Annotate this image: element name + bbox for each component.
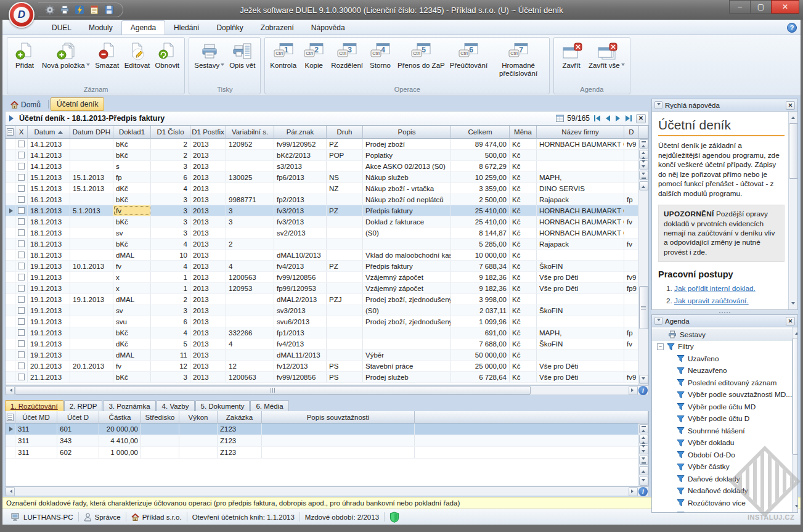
scroll-left-icon[interactable] xyxy=(6,487,15,496)
filter-item[interactable]: Výběr dokladu xyxy=(652,437,792,449)
cell-datum[interactable]: 19.1.2013 xyxy=(28,350,70,360)
cell-doklad2[interactable] xyxy=(624,205,639,216)
scroll-down-icon[interactable] xyxy=(789,300,798,309)
cell-d1-cislo[interactable]: 1 xyxy=(151,283,190,293)
cell-doklad1[interactable]: fv xyxy=(113,205,151,216)
cell-doklad2[interactable]: fv xyxy=(624,338,639,349)
menu-zobrazení[interactable]: Zobrazení xyxy=(252,21,303,35)
cell-par-znak[interactable]: sv3/2013 xyxy=(274,305,327,316)
table-row[interactable]: 18.1.2013dMAL102013dMAL10/2013Vklad do m… xyxy=(6,250,648,261)
scroll-down-icon[interactable] xyxy=(639,477,648,486)
cell-nazev-firmy[interactable] xyxy=(537,150,624,160)
maximize-button[interactable]: ▢ xyxy=(750,0,771,14)
column-header-d1-slo[interactable]: D1 Číslo xyxy=(151,126,190,139)
cell-d1-cislo[interactable]: 3 xyxy=(151,227,190,238)
cell-d1-postfix[interactable]: 2013 xyxy=(190,327,226,338)
cell-doklad2[interactable] xyxy=(624,361,639,371)
cell-par-znak[interactable]: dMAL2/2013 xyxy=(274,294,327,305)
cell-datum-dph[interactable] xyxy=(70,216,113,227)
cell-doklad1[interactable]: fp xyxy=(113,172,151,182)
cell-datum-dph[interactable]: 20.1.2013 xyxy=(70,361,113,371)
cell-druh[interactable] xyxy=(327,194,363,205)
cell-mena[interactable]: Kč xyxy=(510,183,537,194)
cell-datum[interactable]: 20.1.2013 xyxy=(28,361,70,371)
next-record-button[interactable] xyxy=(614,114,621,123)
cell-variabilni-s[interactable] xyxy=(226,350,274,360)
cell-celkem[interactable]: 3 998,00 xyxy=(451,294,510,305)
cell-par-znak[interactable] xyxy=(274,239,327,249)
cell-doklad1[interactable]: dMAL xyxy=(113,294,151,305)
hscroll-track[interactable] xyxy=(15,487,629,496)
cell-doklad2[interactable] xyxy=(624,316,639,327)
table-row[interactable]: 18.1.2013sv32013sv2/2013(S0)8 144,87KčHO… xyxy=(6,227,648,239)
column-header-variabiln-s-[interactable]: Variabilní s. xyxy=(226,126,274,139)
cell-doklad1[interactable]: bKč xyxy=(113,327,151,338)
cell-stredisko[interactable] xyxy=(141,424,179,435)
cell-par-znak[interactable]: dMAL10/2013 xyxy=(274,250,327,260)
first-record-button[interactable] xyxy=(593,114,601,123)
cell-druh[interactable] xyxy=(327,305,363,316)
cell-doklad1[interactable]: dMAL xyxy=(113,350,151,360)
table-row[interactable]: 19.1.2013svu62013svu6/2013Prodej zboží, … xyxy=(6,316,648,327)
cell-datum-dph[interactable] xyxy=(70,250,113,260)
cell-popis[interactable] xyxy=(363,327,451,338)
cell-druh[interactable] xyxy=(327,161,363,171)
cell-popis[interactable]: Předpis faktury xyxy=(363,261,451,271)
cell-mena[interactable]: Kč xyxy=(510,205,537,216)
cell-datum-dph[interactable] xyxy=(70,227,113,238)
row-checkbox[interactable] xyxy=(18,318,25,325)
column-header--et-md[interactable]: Účet MD xyxy=(15,411,57,424)
cell-datum-dph[interactable] xyxy=(70,194,113,205)
cell-doklad2[interactable] xyxy=(624,161,639,171)
cell-doklad1[interactable]: fv xyxy=(113,361,151,371)
row-checkbox[interactable] xyxy=(18,285,25,292)
table-row[interactable]: 19.1.2013x12013120953fp99/120953Vzájemný… xyxy=(6,283,648,294)
cell-druh[interactable] xyxy=(327,327,363,338)
cell-nazev-firmy[interactable]: MAPH, xyxy=(537,172,624,182)
cell-d1-postfix[interactable]: 2013 xyxy=(190,316,226,327)
dropdown-arrow-icon[interactable] xyxy=(621,63,625,68)
cell-variabilni-s[interactable] xyxy=(226,294,274,305)
cell-d1-cislo[interactable]: 1 xyxy=(151,272,190,282)
cell-popis[interactable]: Vzájemný zápočet xyxy=(363,283,451,293)
cell-d1-cislo[interactable]: 2 xyxy=(151,150,190,160)
cell-popis[interactable]: Nákup služeb xyxy=(363,172,451,182)
cell-variabilni-s[interactable]: 130025 xyxy=(226,172,274,182)
row-checkbox[interactable] xyxy=(18,174,25,181)
cell-popis[interactable]: Prodej zboží, zjednodušený... xyxy=(363,316,451,327)
cell-druh[interactable]: PZ xyxy=(327,261,363,271)
cell-doklad2[interactable]: fv xyxy=(624,216,639,227)
tree-item-filtry[interactable]: −Filtry xyxy=(652,341,792,353)
cell-mena[interactable]: Kč xyxy=(510,272,537,282)
cell-d1-cislo[interactable]: 6 xyxy=(151,172,190,182)
cell-par-znak[interactable]: fv4/2013 xyxy=(274,338,327,349)
cell-d1-cislo[interactable]: 5 xyxy=(151,338,190,349)
column-header-p-r-znak[interactable]: Pár.znak xyxy=(274,126,327,139)
detail-tab-2[interactable]: 2. RPDP xyxy=(64,400,103,411)
row-checkbox[interactable] xyxy=(18,274,25,280)
gear-icon[interactable] xyxy=(44,5,55,15)
close-grid-button[interactable]: ✕ xyxy=(636,114,646,123)
cell-d1-cislo[interactable]: 11 xyxy=(151,350,190,360)
cell-ucet-md[interactable]: 311 xyxy=(15,424,57,435)
scroll-down-icon[interactable] xyxy=(793,502,797,512)
tab-domů[interactable]: Domů xyxy=(5,99,46,111)
row-checkbox[interactable] xyxy=(18,207,25,214)
cell-doklad1[interactable]: bKč xyxy=(113,239,151,249)
row-checkbox[interactable] xyxy=(18,329,25,336)
cell-vykon[interactable] xyxy=(179,447,218,458)
cell-par-znak[interactable]: fp99/120953 xyxy=(274,283,327,293)
cell-doklad1[interactable]: fv xyxy=(113,261,151,271)
cell-par-znak[interactable]: fv3/2013 xyxy=(274,216,327,227)
cell-doklad1[interactable]: bKč xyxy=(113,150,151,160)
cell-popis-souvztaznosti[interactable] xyxy=(262,447,415,458)
cell-celkem[interactable]: 9 182,36 xyxy=(451,272,510,282)
cell-druh[interactable] xyxy=(327,216,363,227)
vertical-scrollbar[interactable] xyxy=(638,139,648,385)
close-panel-icon[interactable]: ✕ xyxy=(786,101,795,110)
cell-doklad1[interactable]: bKč xyxy=(113,194,151,205)
detail-tab-3[interactable]: 3. Poznámka xyxy=(103,400,155,411)
cell-par-znak[interactable]: s3/2013 xyxy=(274,161,327,171)
cell-d1-cislo[interactable]: 3 xyxy=(151,305,190,316)
ribbon-button-p-e-tov-n-[interactable]: 6CtrlPřeúčtování xyxy=(447,39,490,70)
